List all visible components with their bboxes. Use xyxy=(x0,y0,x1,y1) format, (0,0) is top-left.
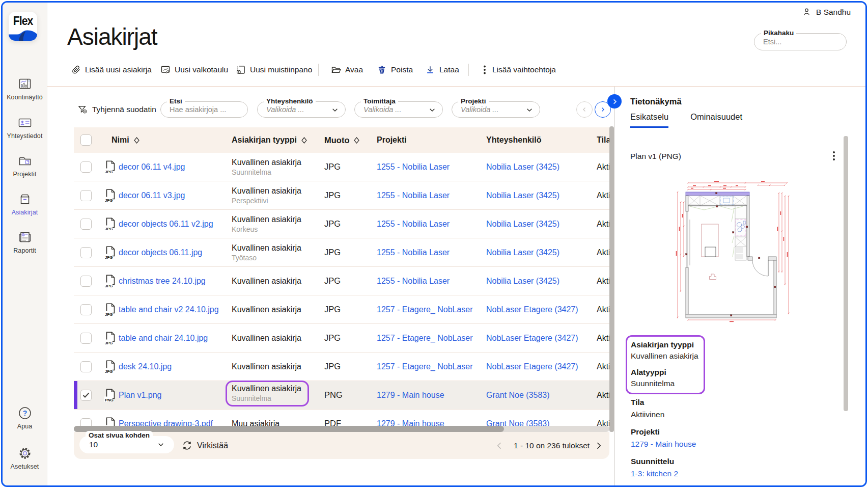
table-row[interactable]: JPG decor 06.11 v3.jpg Kuvallinen asiaki… xyxy=(74,181,609,210)
panel-scrollbar[interactable] xyxy=(844,136,848,411)
download-button[interactable]: Lataa xyxy=(425,62,459,78)
open-button[interactable]: Avaa xyxy=(331,62,363,78)
project-filter-select[interactable]: Projekti Valikoida ... xyxy=(452,101,540,118)
document-name-link[interactable]: Plan v1.png xyxy=(119,391,162,400)
table-row[interactable]: JPG table and chair 24.10.jpg Kuvallinen… xyxy=(74,324,609,353)
flex-logo[interactable]: Flex xyxy=(9,12,37,41)
contact-link[interactable]: NobLaser Etagere (3427) xyxy=(486,362,578,371)
more-options-button[interactable]: Lisää vaihtoehtoja xyxy=(481,62,556,78)
table-row[interactable]: JPG decor objects 06.11.jpg Kuvallinen a… xyxy=(74,238,609,267)
sidebar-item-help[interactable]: ? Apua xyxy=(3,406,47,430)
contact-link[interactable]: Nobilia Laser (3425) xyxy=(486,191,559,200)
project-link[interactable]: 1257 - Etagere_ NobLaser xyxy=(377,334,473,342)
field-value: Aktiivinen xyxy=(631,409,696,421)
row-checkbox[interactable] xyxy=(80,390,92,401)
contact-filter-select[interactable]: Yhteyshenkilö Valikoida ... xyxy=(257,101,346,118)
table-row[interactable]: JPG desk 24.10.jpg Kuvallinen asiakirja xyxy=(74,353,609,381)
table-row[interactable]: PNG Plan v1.png Kuvallinen asiakirja Suu… xyxy=(74,381,609,410)
document-name-link[interactable]: Perspective drawing-3.pdf xyxy=(119,419,213,426)
sidebar-item-projects[interactable]: Projektit xyxy=(3,154,47,178)
contact-link[interactable]: NobLaser Etagere (3427) xyxy=(486,305,578,314)
row-checkbox[interactable] xyxy=(80,333,92,344)
row-checkbox[interactable] xyxy=(80,304,92,315)
project-link[interactable]: 1255 - Nobilia Laser xyxy=(377,248,450,257)
contact-link[interactable]: NobLaser Etagere (3427) xyxy=(486,334,578,342)
table-body: JPG decor 06.11 v4.jpg Kuvallinen asiaki… xyxy=(74,153,609,426)
document-name-link[interactable]: decor 06.11 v3.jpg xyxy=(119,191,185,200)
document-format: PDF xyxy=(324,419,377,426)
search-filter-field[interactable]: Etsi Hae asiakirjoja ... xyxy=(160,101,248,118)
user-menu[interactable]: B Sandhu xyxy=(802,7,851,17)
new-note-button[interactable]: Uusi muistiinpano xyxy=(236,62,312,78)
sort-icon[interactable] xyxy=(134,137,139,144)
supplier-filter-select[interactable]: Toimittaja Valikoida ... xyxy=(354,101,443,118)
quick-search-field[interactable]: Pikahaku Etsi... xyxy=(754,33,847,50)
document-name-link[interactable]: table and chair v2 24.10.jpg xyxy=(119,305,219,314)
pagination-prev-icon[interactable] xyxy=(494,441,505,451)
add-document-button[interactable]: Lisää uusi asiakirja xyxy=(72,62,152,78)
document-name-link[interactable]: decor objects 06.11 v2.jpg xyxy=(119,220,213,229)
refresh-button[interactable]: Virkistää xyxy=(182,432,228,459)
vertical-scrollbar[interactable] xyxy=(609,126,614,432)
sidebar-item-documents[interactable]: Asiakirjat xyxy=(3,192,47,216)
sort-icon[interactable] xyxy=(354,137,359,144)
preview-kebab-icon[interactable] xyxy=(831,150,837,162)
page-size-select[interactable]: Osat sivua kohden 10 xyxy=(79,436,174,453)
contact-link[interactable]: Grant Noe (3583) xyxy=(486,391,550,399)
project-link[interactable]: 1255 - Nobilia Laser xyxy=(377,191,450,200)
row-checkbox[interactable] xyxy=(80,276,92,287)
table-row[interactable]: JPG decor 06.11 v4.jpg Kuvallinen asiaki… xyxy=(74,153,609,181)
row-checkbox[interactable] xyxy=(80,161,92,173)
file-type-icon: JPG xyxy=(104,303,116,316)
sort-icon[interactable] xyxy=(301,137,307,144)
sidebar-item-reports[interactable]: Raportit xyxy=(3,230,47,254)
contact-link[interactable]: Grant Noe (3583) xyxy=(486,419,550,426)
contact-link[interactable]: Nobilia Laser (3425) xyxy=(486,277,559,285)
table-row[interactable]: PDF Perspective drawing-3.pdf Muu asiaki… xyxy=(74,410,609,426)
pagination-next-icon[interactable] xyxy=(594,441,604,451)
row-checkbox[interactable] xyxy=(80,190,92,201)
floor-plan-image[interactable] xyxy=(675,176,795,323)
project-link[interactable]: 1257 - Etagere_ NobLaser xyxy=(377,362,473,371)
filter-prev-page-button[interactable] xyxy=(576,101,593,118)
column-header-muoto[interactable]: Muoto xyxy=(324,135,349,145)
column-header-tila[interactable]: Tila xyxy=(597,135,609,145)
select-all-checkbox[interactable] xyxy=(80,134,92,146)
new-whiteboard-button[interactable]: Uusi valkotaulu xyxy=(160,62,228,78)
contact-link[interactable]: Nobilia Laser (3425) xyxy=(486,162,559,171)
clear-filter-button[interactable]: Tyhjennä suodatin xyxy=(77,101,156,118)
document-name-link[interactable]: decor 06.11 v4.jpg xyxy=(119,162,185,172)
panel-collapse-button[interactable] xyxy=(607,94,622,109)
tab-ominaisuudet[interactable]: Ominaisuudet xyxy=(690,112,742,128)
project-link[interactable]: 1255 - Nobilia Laser xyxy=(377,277,450,285)
contact-link[interactable]: Nobilia Laser (3425) xyxy=(486,248,559,257)
column-header-yhteyshenkilo[interactable]: Yhteyshenkilö xyxy=(486,135,541,145)
column-header-tyyppi[interactable]: Asiakirjan tyyppi xyxy=(232,135,297,145)
sidebar-item-contacts[interactable]: Yhteystiedot xyxy=(3,116,47,140)
column-header-nimi[interactable]: Nimi xyxy=(111,135,129,145)
project-link[interactable]: 1255 - Nobilia Laser xyxy=(377,162,450,171)
main-content: Asiakirjat B Sandhu Pikahaku Etsi... Lis… xyxy=(47,3,865,485)
table-row[interactable]: JPG christmas tree 24.10.jpg Kuvallinen … xyxy=(74,267,609,295)
tab-esikatselu[interactable]: Esikatselu xyxy=(630,112,668,128)
column-header-projekti[interactable]: Projekti xyxy=(377,135,407,145)
delete-button[interactable]: Poista xyxy=(377,62,413,78)
row-checkbox[interactable] xyxy=(80,247,92,258)
horizontal-scrollbar[interactable] xyxy=(74,426,609,432)
table-row[interactable]: JPG decor objects 06.11 v2.jpg Kuvalline… xyxy=(74,210,609,238)
row-checkbox[interactable] xyxy=(80,361,92,372)
project-link[interactable]: 1279 - Main house xyxy=(377,419,444,426)
document-name-link[interactable]: table and chair 24.10.jpg xyxy=(119,334,208,343)
project-link[interactable]: 1279 - Main house xyxy=(377,391,444,399)
table-row[interactable]: JPG table and chair v2 24.10.jpg Kuvalli… xyxy=(74,295,609,324)
sidebar-item-dashboard[interactable]: Koontinäyttö xyxy=(3,77,47,101)
contact-link[interactable]: Nobilia Laser (3425) xyxy=(486,220,559,228)
project-link[interactable]: 1257 - Etagere_ NobLaser xyxy=(377,305,473,314)
sidebar-item-settings[interactable]: Asetukset xyxy=(3,446,47,470)
row-checkbox[interactable] xyxy=(80,418,92,426)
document-name-link[interactable]: decor objects 06.11.jpg xyxy=(119,248,202,257)
document-name-link[interactable]: desk 24.10.jpg xyxy=(119,362,172,371)
document-name-link[interactable]: christmas tree 24.10.jpg xyxy=(119,277,206,286)
row-checkbox[interactable] xyxy=(80,219,92,230)
project-link[interactable]: 1255 - Nobilia Laser xyxy=(377,220,450,228)
